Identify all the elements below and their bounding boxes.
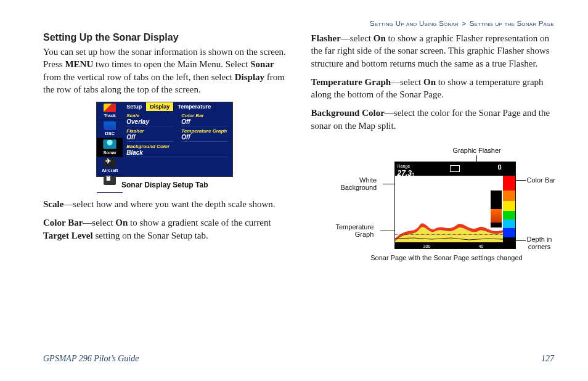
flasher-on: On [374,33,386,43]
target-level-term: Target Level [43,231,93,240]
range-box [450,165,460,172]
side-tab-sonar: Sonar [97,138,123,157]
bgcolor-paragraph: Background Color—select the color for th… [311,107,555,132]
display-word: Display [235,72,264,82]
breadcrumb-right: Setting up the Sonar Page [470,20,554,27]
flasher-paragraph: Flasher—select On to show a graphic Flas… [311,32,555,70]
top-tab-setup: Setup [123,102,146,111]
intro-paragraph: You can set up how the sonar information… [43,46,287,96]
figure-sonar-page: Graphic Flasher White Background Tempera… [311,149,555,272]
colorbar-paragraph: Color Bar—select On to show a gradient s… [43,216,287,242]
flasher-term: Flasher [311,33,341,43]
aircraft-icon [104,158,116,167]
field-colorbar-value: Off [181,118,229,126]
field-flasher-label: Flasher [126,128,174,134]
callout-depth-corners: Depth in corners [527,236,552,250]
sonar-icon [103,139,116,149]
colorbar-on: On [115,218,128,227]
footer-page-number: 127 [541,354,554,364]
callout-temp-graph: Temperature Graph [336,223,374,238]
callout-graphic-flasher: Graphic Flasher [453,147,501,154]
breadcrumb-left: Setting Up and Using Sonar [370,20,459,27]
field-scale-label: Scale [126,113,174,118]
sonar-ruler: 200 40 [395,242,503,248]
side-tab-dsc: DSC [97,120,123,138]
figure1-caption: Sonar Display Setup Tab [43,181,287,189]
field-bgcolor-label: Background Color [126,144,229,149]
breadcrumb: Setting Up and Using Sonar > Setting up … [370,20,554,27]
bgcolor-term: Background Color [311,108,385,118]
side-tab-e6b: E6B [97,175,123,193]
track-icon [104,104,116,112]
sonar-word: Sonar [250,59,274,69]
side-tab-aircraft: Aircraft [97,157,123,175]
scale-paragraph: Scale—select how and where you want the … [43,198,287,210]
depth-zero: 0 [497,163,501,171]
side-tab-track: Track [97,102,123,120]
tempgraph-on: On [423,77,436,87]
field-bgcolor-value: Black [126,149,229,157]
right-column: Flasher—select On to show a graphic Flas… [311,32,555,272]
field-tempgraph-value: Off [181,134,229,142]
field-colorbar-label: Color Bar [181,113,229,118]
figure2-caption: Sonar Page with the Sonar Page settings … [361,254,533,261]
callout-white-bg: White Background [341,176,377,191]
temperature-graph [395,234,503,242]
e6b-icon [104,176,116,185]
field-flasher-value: Off [126,134,174,142]
callout-color-bar: Color Bar [527,176,555,184]
field-scale-value: Overlay [126,118,174,126]
dsc-icon [104,121,116,130]
breadcrumb-sep: > [460,20,467,27]
menu-key: MENU [65,59,93,69]
footer-guide: GPSMAP 296 Pilot’s Guide [43,354,139,364]
section-heading: Setting Up the Sonar Display [43,32,287,43]
left-column: Setting Up the Sonar Display You can set… [43,32,287,272]
color-bar-icon [503,176,515,248]
colorbar-term: Color Bar [43,218,83,227]
field-tempgraph-label: Temperature Graph [181,128,229,134]
scale-term: Scale [43,199,63,209]
figure-setup-tab: Track DSC Sonar Aircraft E6B Setup Displ… [43,102,287,189]
tempgraph-paragraph: Temperature Graph—select On to show a te… [311,76,555,101]
top-tab-temperature: Temperature [174,102,215,111]
tempgraph-term: Temperature Graph [311,77,391,87]
top-tab-display: Display [146,102,174,111]
sonar-screenshot: Range 27.3ft 0 [394,162,516,249]
